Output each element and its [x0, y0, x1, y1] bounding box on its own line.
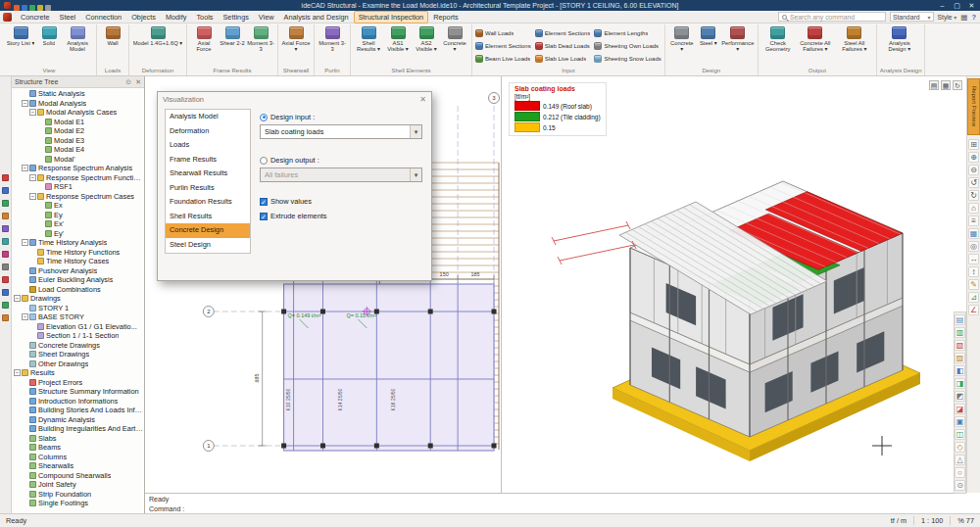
slab-plan[interactable] [284, 284, 494, 451]
tree-item[interactable]: Introduction Informations [12, 397, 144, 407]
ribbon-button-slab-dead-loads[interactable]: Slab Dead Loads [535, 40, 591, 52]
tree-item[interactable]: Compound Shearwalls [12, 471, 144, 481]
tree-item[interactable]: Single Footings [12, 499, 144, 508]
right-tool-icon[interactable]: ◫ [955, 429, 965, 440]
ribbon-button-shear-2-2[interactable]: Shear 2-2 [219, 25, 246, 46]
tree-item[interactable]: Shearwalls [12, 461, 144, 471]
right-tool-icon[interactable]: ▥ [955, 327, 965, 338]
tree-item[interactable]: STORY 1 [12, 304, 144, 313]
ribbon-button-axial-force[interactable]: Axial Force ▾ [281, 25, 311, 52]
help-icon[interactable]: ? [971, 13, 976, 22]
expander-icon[interactable] [29, 174, 36, 181]
tree-item[interactable]: Other Drawings [12, 359, 144, 369]
quick-access-icon[interactable] [37, 5, 43, 11]
tree-item[interactable]: RSF1 [12, 182, 144, 192]
tree-item[interactable]: BASE STORY [12, 312, 144, 322]
right-tool-icon[interactable]: ▤ [955, 314, 965, 325]
left-tool-icon[interactable] [2, 187, 9, 194]
tree-item[interactable]: Results [12, 368, 144, 378]
menu-item[interactable]: Connection [80, 11, 126, 24]
right-tool-icon[interactable]: ◪ [955, 404, 965, 414]
status-unit[interactable]: tf / m [891, 516, 906, 525]
ribbon-button-beam-live-loads[interactable]: Beam Live Loads [475, 53, 531, 65]
pin-icon[interactable] [125, 78, 131, 86]
menu-item[interactable]: Steel [55, 11, 81, 24]
menu-item[interactable]: Objects [126, 11, 161, 24]
menu-item[interactable]: Analysis and Design [279, 11, 354, 24]
menu-item[interactable]: Tools [191, 11, 218, 24]
tree-item[interactable]: Modal E3 [12, 136, 144, 146]
left-tool-icon[interactable] [2, 314, 9, 321]
status-zoom[interactable]: % 77 [957, 516, 974, 525]
ribbon-button-wall[interactable]: Wall [100, 25, 125, 46]
extrude-elements-checkbox[interactable] [260, 213, 268, 220]
tree-item[interactable]: Modal E1 [12, 118, 144, 127]
dialog-list-item[interactable]: Loads [166, 138, 250, 153]
right-tool-icon[interactable]: ◧ [955, 365, 965, 376]
tree-item[interactable]: Project Errors [12, 378, 144, 388]
close-button[interactable] [967, 1, 976, 11]
tree-item[interactable]: Ex [12, 201, 144, 211]
menu-item[interactable]: Reports [428, 11, 464, 24]
tree-item[interactable]: Joint Safety [12, 480, 144, 490]
ribbon-button-analysis-design[interactable]: Analysis Design ▾ [880, 25, 919, 52]
right-tool-icon[interactable]: ◎ [968, 241, 979, 252]
ribbon-button-model-1-4g-1-6q[interactable]: Model 1.4G+1.6Q ▾ [132, 25, 183, 46]
right-tool-icon[interactable]: ⊙ [955, 480, 965, 491]
ribbon-button-moment-3-3[interactable]: Moment 3-3 [247, 25, 274, 52]
expander-icon[interactable] [29, 193, 36, 200]
tree-item[interactable]: Euler Buckling Analysis [12, 275, 144, 285]
expander-icon[interactable] [22, 100, 28, 107]
quick-access-icon[interactable] [45, 5, 51, 11]
tree-item[interactable]: Response Spectrum Cases [12, 192, 144, 202]
tree-item[interactable]: Sheet Drawings [12, 350, 144, 359]
tree-item[interactable]: Modal Analysis [12, 99, 144, 109]
view-button-icon[interactable]: ▦ [941, 80, 951, 90]
grid-icon[interactable]: ▦ [960, 13, 967, 22]
left-tool-icon[interactable] [2, 264, 9, 270]
left-tool-icon[interactable] [2, 174, 9, 181]
ribbon-button-steel-all-failures[interactable]: Steel All Failures ▾ [836, 25, 873, 52]
tree-item[interactable]: Time History Analysis [12, 238, 144, 248]
dialog-list-item[interactable]: Purlin Results [166, 181, 250, 196]
maximize-button[interactable] [953, 1, 961, 11]
command-search-input[interactable]: Search any command [778, 12, 886, 22]
design-output-radio[interactable] [260, 157, 268, 165]
report-preview-tab[interactable]: Report Preview [967, 78, 980, 135]
left-tool-icon[interactable] [2, 200, 9, 207]
right-tool-icon[interactable]: ▨ [955, 353, 965, 363]
tree-item[interactable]: Structure Summary Information [12, 387, 144, 397]
ribbon-button-slab-live-loads[interactable]: Slab Live Loads [535, 53, 591, 65]
right-tool-icon[interactable]: ◨ [955, 378, 965, 389]
command-area[interactable]: Ready Command : [145, 493, 966, 513]
model-3d-pane[interactable]: Slab coating loads [tf/m²] 0.149 (Roof s… [503, 76, 966, 493]
ribbon-button-steel[interactable]: Steel ▾ [697, 25, 720, 46]
menu-item[interactable]: Settings [218, 11, 253, 24]
tree-item[interactable]: Slabs [12, 434, 144, 444]
tree-item[interactable]: Dynamic Analysis [12, 415, 144, 425]
expander-icon[interactable] [29, 109, 36, 116]
tree-item[interactable]: Time History Cases [12, 257, 144, 266]
ribbon-button-as1-visible[interactable]: AS1 Visible ▾ [384, 25, 412, 52]
tree-item[interactable]: Strip Foundation [12, 490, 144, 500]
design-input-radio[interactable] [260, 114, 268, 121]
quick-access-icon[interactable] [29, 5, 35, 11]
right-tool-icon[interactable]: ▦ [968, 228, 979, 239]
ribbon-button-sheeting-own-loads[interactable]: Sheeting Own Loads [594, 40, 661, 52]
ribbon-button-story-list[interactable]: Story List ▾ [5, 25, 36, 46]
right-tool-icon[interactable]: ∠ [968, 305, 979, 315]
right-tool-icon[interactable]: ⊿ [968, 292, 979, 303]
app-menu-icon[interactable] [3, 13, 12, 22]
tree-item[interactable]: Response Spectrum Analysis [12, 164, 144, 173]
tree-item[interactable]: Static Analysis [12, 89, 144, 99]
quick-access-icon[interactable] [22, 5, 27, 11]
model-3d-view[interactable] [503, 76, 966, 493]
standard-dropdown[interactable]: Standard [890, 12, 934, 22]
dialog-list-item[interactable]: Analysis Model [166, 110, 250, 124]
tree-item[interactable]: Time History Functions [12, 248, 144, 258]
ribbon-button-analysis-model[interactable]: Analysis Model [62, 25, 93, 52]
ribbon-button-solid[interactable]: Solid [37, 25, 61, 46]
tree-item[interactable]: Section 1 / 1-1 Section [12, 331, 144, 341]
tree-close-icon[interactable] [135, 78, 141, 86]
dialog-list-item[interactable]: Steel Design [166, 238, 250, 253]
